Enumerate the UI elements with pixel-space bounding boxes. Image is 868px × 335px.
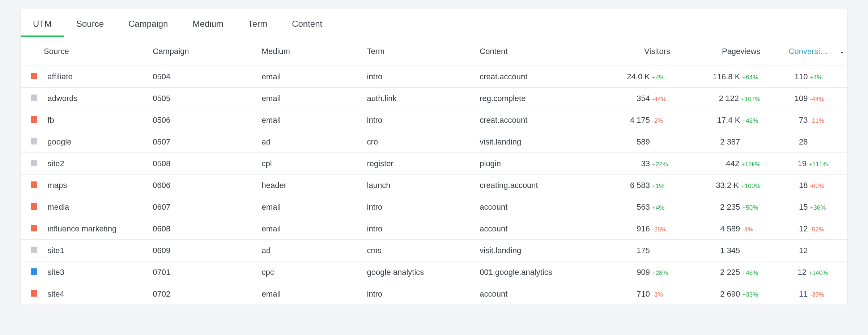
col-term[interactable]: Term: [363, 37, 476, 66]
conversions-delta: -39%: [810, 291, 828, 298]
cell-pageviews: 116.8 K+64%: [675, 66, 765, 88]
table-row[interactable]: site20508cplregisterplugin33+22%442+12k%…: [21, 153, 847, 175]
table-row[interactable]: media0607emailintroaccount563+4%2 235+50…: [21, 196, 847, 218]
table-row[interactable]: google0507adcrovisit.landing589.2 387.28…: [21, 131, 847, 153]
conversions-delta: +4%: [810, 74, 828, 81]
col-visitors[interactable]: Visitors: [588, 37, 675, 66]
conversions-delta: -60%: [810, 183, 828, 190]
cell-campaign: 0505: [148, 88, 257, 109]
pageviews-value: 2 122: [719, 94, 739, 103]
cell-campaign: 0606: [148, 175, 257, 196]
pageviews-delta: +46%: [742, 269, 760, 277]
cell-term: launch: [363, 175, 476, 196]
utm-table: Source Campaign Medium Term Content Visi…: [21, 37, 847, 305]
cell-visitors: 4 175-2%: [588, 109, 675, 131]
col-source[interactable]: Source: [21, 37, 148, 66]
visitors-delta: +4%: [652, 74, 670, 81]
row-trailing-spacer: [832, 153, 847, 175]
conversions-value: 12: [799, 246, 808, 255]
col-campaign[interactable]: Campaign: [148, 37, 257, 66]
col-conversions[interactable]: Conversi…: [765, 37, 832, 66]
col-medium[interactable]: Medium: [258, 37, 363, 66]
square-icon: [31, 268, 37, 275]
visitors-delta: +4%: [652, 204, 670, 212]
cell-pageviews: 2 235+50%: [675, 196, 765, 218]
table-row[interactable]: fb0506emailintrocreat.account4 175-2%17.…: [21, 109, 847, 131]
tab-content[interactable]: Content: [280, 10, 335, 37]
visitors-value: 175: [637, 246, 650, 255]
table-row[interactable]: adwords0505emailauth.linkreg.complete354…: [21, 88, 847, 109]
cell-pageviews: 2 225+46%: [675, 261, 765, 283]
conversions-value: 109: [795, 94, 808, 103]
row-trailing-spacer: [832, 261, 847, 283]
col-content[interactable]: Content: [475, 37, 588, 66]
visitors-value: 6 583: [630, 181, 650, 190]
cell-term: intro: [363, 66, 476, 88]
conversions-value: 12: [797, 268, 806, 277]
visitors-value: 24.0 K: [627, 72, 650, 81]
row-color-swatch: [21, 153, 43, 175]
cell-pageviews: 2 690+33%: [675, 283, 765, 305]
tab-bar: UTMSourceCampaignMediumTermContent: [21, 9, 847, 37]
row-color-swatch: [21, 66, 43, 88]
cell-content: plugin: [475, 153, 588, 175]
pageviews-delta: +50%: [742, 204, 760, 212]
tab-source[interactable]: Source: [64, 10, 116, 37]
row-trailing-spacer: [832, 196, 847, 218]
tab-campaign[interactable]: Campaign: [116, 10, 180, 37]
row-color-swatch: [21, 109, 43, 131]
pageviews-value: 4 589: [720, 224, 740, 234]
pageviews-value: 442: [726, 159, 739, 168]
cell-conversions: 15+36%: [765, 196, 832, 218]
visitors-value: 33: [641, 159, 650, 168]
conversions-value: 19: [797, 159, 806, 168]
cell-term: intro: [363, 109, 476, 131]
cell-term: intro: [363, 196, 476, 218]
cell-visitors: 710-3%: [588, 283, 675, 305]
pageviews-value: 2 235: [720, 202, 740, 212]
tab-term[interactable]: Term: [236, 10, 280, 37]
visitors-value: 589: [637, 137, 650, 147]
table-row[interactable]: maps0606headerlaunchcreating.account6 58…: [21, 175, 847, 196]
cell-source: maps: [43, 175, 148, 196]
table-row[interactable]: site40702emailintroaccount710-3%2 690+33…: [21, 283, 847, 305]
table-row[interactable]: influence marketing0608emailintroaccount…: [21, 218, 847, 240]
pageviews-delta: +33%: [742, 291, 760, 298]
row-color-swatch: [21, 196, 43, 218]
cell-medium: ad: [258, 240, 363, 261]
cell-visitors: 916-28%: [588, 218, 675, 240]
cell-visitors: 563+4%: [588, 196, 675, 218]
cell-content: account: [475, 218, 588, 240]
visitors-delta: -3%: [652, 291, 670, 298]
col-sort-indicator[interactable]: ▾: [832, 37, 847, 66]
table-row[interactable]: site30701cpcgoogle analytics001.google.a…: [21, 261, 847, 283]
cell-pageviews: 1 345.: [675, 240, 765, 261]
tab-utm[interactable]: UTM: [21, 10, 64, 37]
visitors-delta: +1%: [652, 183, 670, 190]
visitors-value: 4 175: [630, 116, 650, 125]
table-row[interactable]: affiliate0504emailintrocreat.account24.0…: [21, 66, 847, 88]
square-icon: [31, 138, 37, 145]
cell-pageviews: 2 122+107%: [675, 88, 765, 109]
row-color-swatch: [21, 88, 43, 109]
cell-medium: email: [258, 109, 363, 131]
conversions-value: 15: [799, 202, 808, 212]
tab-medium[interactable]: Medium: [180, 10, 235, 37]
visitors-delta: +28%: [652, 269, 670, 277]
cell-content: account: [475, 283, 588, 305]
row-trailing-spacer: [832, 240, 847, 261]
visitors-value: 916: [637, 224, 650, 234]
cell-medium: cpc: [258, 261, 363, 283]
conversions-delta: -11%: [810, 117, 828, 125]
pageviews-value: 2 225: [720, 268, 740, 277]
pageviews-value: 2 690: [720, 289, 740, 299]
cell-term: cro: [363, 131, 476, 153]
row-color-swatch: [21, 218, 43, 240]
col-pageviews[interactable]: Pageviews: [675, 37, 765, 66]
cell-visitors: 6 583+1%: [588, 175, 675, 196]
cell-content: visit.landing: [475, 240, 588, 261]
cell-visitors: 24.0 K+4%: [588, 66, 675, 88]
cell-medium: cpl: [258, 153, 363, 175]
table-row[interactable]: site10609adcmsvisit.landing175.1 345.12.: [21, 240, 847, 261]
conversions-delta: -52%: [810, 226, 828, 233]
